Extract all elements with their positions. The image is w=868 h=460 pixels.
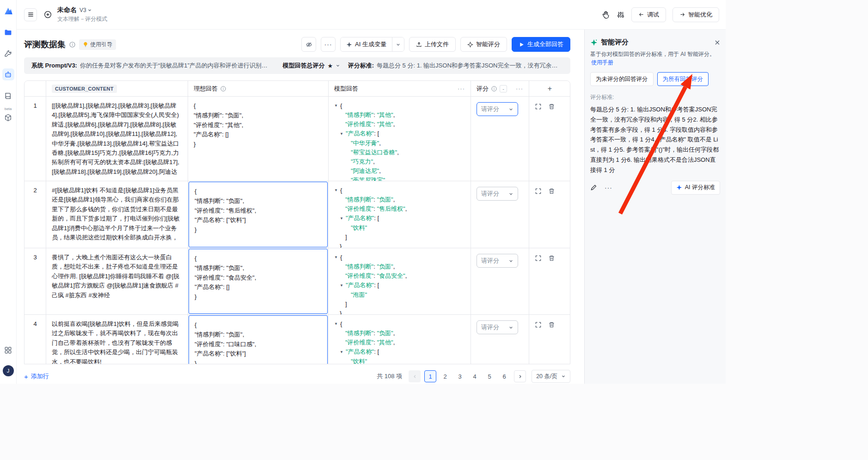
more-actions-button[interactable]: ··· [321, 37, 336, 52]
criteria-bar-label: 评分标准: [348, 61, 374, 70]
prompt-eval-icon[interactable] [2, 68, 14, 80]
delete-row-icon[interactable] [548, 188, 555, 195]
customer-content-cell[interactable]: #[脱敏品牌1]饮料 不知道是[脱敏品牌1]业务员黑还是[脱敏品牌1]领导黑心，… [46, 181, 188, 248]
page-button-2[interactable]: 2 [439, 370, 451, 382]
upload-file-button[interactable]: 上传文件 [409, 37, 456, 52]
page-button-5[interactable]: 5 [483, 370, 495, 382]
score-select[interactable]: 请评分 [477, 254, 518, 268]
delete-row-icon[interactable] [548, 321, 555, 328]
expand-row-icon[interactable] [535, 188, 542, 195]
debug-button[interactable]: 调试 [631, 7, 666, 22]
chevron-down-icon [396, 42, 401, 47]
delete-row-icon[interactable] [548, 103, 555, 110]
model-column-menu-icon[interactable]: ··· [458, 85, 465, 92]
generate-all-answers-button[interactable]: 生成全部回答 [512, 37, 570, 52]
add-row-label: 添加行 [31, 372, 49, 380]
model-answer-cell[interactable]: ▼{"情感判断": "负面","评价维度": "售后维权",▼"产品名称": [… [329, 181, 471, 248]
page-button-3[interactable]: 3 [454, 370, 466, 382]
add-row-button[interactable]: + 添加行 [24, 372, 49, 380]
collapse-triangle-icon[interactable]: ▼ [334, 188, 340, 193]
score-select[interactable]: 请评分 [477, 102, 518, 116]
criteria-more-icon[interactable]: ··· [605, 184, 612, 191]
score-select-value: 请评分 [481, 323, 499, 331]
page-button-4[interactable]: 4 [469, 370, 481, 382]
page-heading: 评测数据集 [24, 39, 66, 50]
score-average-badge[interactable]: - [500, 85, 507, 92]
smart-optimize-label: 智能优化 [688, 11, 712, 19]
title-block: 未命名 V3 文本理解－评分模式 [57, 6, 107, 23]
customer-content-cell[interactable]: 畏惧了，大晚上煮个泡面还有这么大一块蛋白质，想吐吐不出来，肚子疼也不知道是生理还… [46, 248, 188, 314]
collapse-triangle-icon[interactable]: ▼ [334, 321, 340, 327]
system-prompt-bar[interactable]: 系统 Prompt/V3: 你的任务是对客户发布的关于“脱敏品牌1”产品的内容和… [24, 57, 570, 74]
system-prompt-text: 你的任务是对客户发布的关于“脱敏品牌1”产品的内容和评价进行识别和格式化整理。具… [80, 61, 270, 70]
close-panel-icon[interactable] [715, 40, 720, 45]
collapse-triangle-icon[interactable]: ▼ [334, 255, 340, 260]
ideal-info-icon[interactable] [220, 86, 226, 92]
table-row: 1[[脱敏品牌1],[脱敏品牌2],[脱敏品牌3],[脱敏品牌4],[脱敏品牌5… [24, 97, 570, 181]
ideal-answer-cell[interactable]: { "情感判断": "负面", "评价维度": "口味口感", "产品名称": … [188, 315, 329, 364]
chevron-down-icon [508, 325, 513, 330]
expand-row-icon[interactable] [535, 255, 542, 262]
ai-generate-variable-button[interactable]: AI 生成变量 [341, 37, 392, 51]
score-all-button[interactable]: 为所有回答评分 [657, 72, 709, 86]
feedback-hand-icon[interactable] [602, 11, 610, 19]
app-logo-icon[interactable] [3, 6, 13, 17]
score-select[interactable]: 请评分 [477, 187, 518, 201]
ai-criteria-label: AI 评分标准 [685, 184, 715, 191]
ai-generate-variable-dropdown[interactable] [392, 37, 404, 51]
ideal-answer-cell[interactable]: { "情感判断": "负面", "评价维度": "其他", "产品名称": []… [188, 97, 329, 181]
total-count: 共 108 项 [377, 372, 402, 380]
customer-column-chip[interactable]: CUSTOMER_CONTENT [52, 85, 117, 93]
expand-row-icon[interactable] [535, 103, 542, 110]
sparkle-icon [346, 42, 352, 48]
sliders-icon[interactable] [617, 11, 625, 19]
prev-page-button[interactable] [409, 370, 421, 382]
customer-content-cell[interactable]: 以前挺喜欢喝[脱敏品牌1]饮料，但是后来感觉喝过之后喉咙发干，就不再喝饮料了，现… [46, 315, 188, 364]
ideal-answer-cell[interactable]: { "情感判断": "负面", "评价维度": "售后维权", "产品名称": … [188, 181, 329, 248]
model-answer-cell[interactable]: ▼{"情感判断": "其他","评价维度": "其他",▼"产品名称": ["中… [329, 97, 471, 181]
score-column-menu-icon[interactable]: ··· [516, 85, 523, 92]
page-title: 未命名 [57, 6, 77, 14]
row-index: 2 [24, 181, 46, 248]
page-button-1[interactable]: 1 [424, 370, 436, 382]
edit-criteria-icon[interactable] [590, 184, 597, 191]
user-avatar[interactable]: J [3, 365, 14, 376]
page-size-select[interactable]: 20 条/页 [532, 370, 570, 383]
score-info-icon[interactable] [491, 86, 497, 92]
version-selector[interactable]: V3 [79, 7, 92, 13]
next-page-button[interactable] [514, 370, 526, 382]
library-icon[interactable] [2, 90, 14, 102]
shortcut-grid-icon[interactable] [2, 344, 14, 356]
workspace-icon[interactable] [2, 26, 14, 38]
dataset-info-icon[interactable] [69, 42, 75, 48]
model-answer-cell[interactable]: ▼{"情感判断": "负面","评价维度": "食品安全",▼"产品名称": [… [329, 248, 471, 314]
smart-optimize-button[interactable]: 智能优化 [672, 7, 719, 22]
delete-row-icon[interactable] [548, 255, 555, 262]
tools-icon[interactable] [2, 47, 14, 59]
score-unscored-button[interactable]: 为未评分的回答评分 [590, 72, 654, 86]
smart-score-button[interactable]: 智能评分 [460, 37, 507, 52]
expand-row-icon[interactable] [535, 321, 542, 328]
page-button-6[interactable]: 6 [498, 370, 510, 382]
star-icon[interactable]: ★ [327, 62, 333, 69]
usage-guide-button[interactable]: 使用引导 [79, 39, 116, 50]
ideal-column-header: 理想回答 [188, 81, 329, 96]
score-select[interactable]: 请评分 [477, 320, 518, 334]
add-column-button[interactable]: + [548, 85, 552, 93]
collapse-triangle-icon[interactable]: ▼ [340, 350, 346, 355]
collapse-triangle-icon[interactable]: ▼ [334, 103, 340, 109]
menu-button[interactable] [24, 8, 37, 21]
row-index: 1 [24, 97, 46, 181]
ideal-answer-cell[interactable]: { "情感判断": "负面", "评价维度": "食品安全", "产品名称": … [188, 248, 329, 314]
model-answer-cell[interactable]: ▼{"情感判断": "负面","评价维度": "其他",▼"产品名称": ["饮… [329, 315, 471, 364]
new-session-button[interactable] [42, 9, 54, 21]
collapse-triangle-icon[interactable]: ▼ [340, 131, 346, 137]
usage-manual-link[interactable]: 使用手册 [591, 59, 613, 66]
beta-module-icon[interactable] [2, 111, 14, 123]
customer-content-cell[interactable]: [[脱敏品牌1],[脱敏品牌2],[脱敏品牌3],[脱敏品牌4],[脱敏品牌5]… [46, 97, 188, 181]
pagination: 共 108 项 123456 20 条/页 [377, 370, 570, 383]
hide-columns-button[interactable] [301, 37, 316, 52]
ai-criteria-button[interactable]: AI 评分标准 [671, 181, 720, 195]
collapse-triangle-icon[interactable]: ▼ [340, 283, 346, 288]
collapse-triangle-icon[interactable]: ▼ [340, 216, 346, 221]
